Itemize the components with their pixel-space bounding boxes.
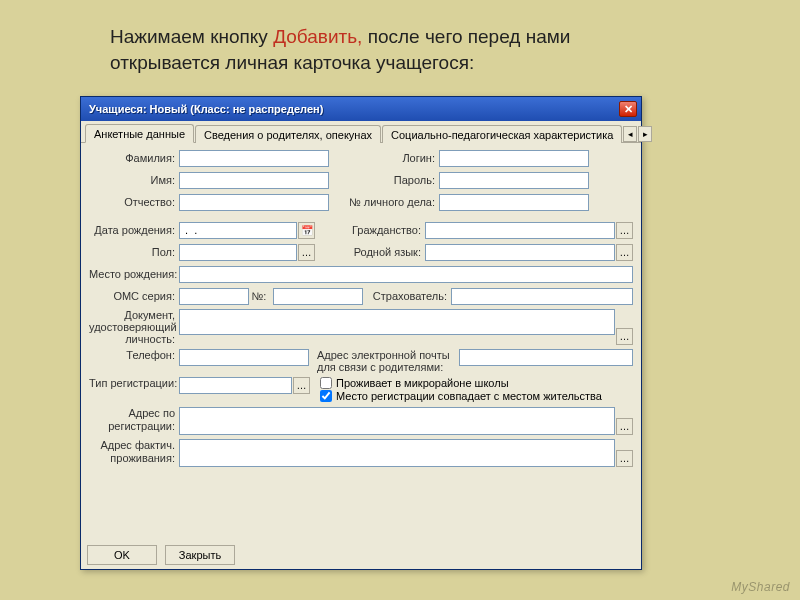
label-name: Имя: <box>89 174 179 186</box>
language-input[interactable] <box>425 244 615 261</box>
label-citizenship: Гражданство: <box>315 224 425 236</box>
label-omsnum: №: <box>249 290 273 302</box>
close-icon[interactable]: ✕ <box>619 101 637 117</box>
checkbox-reg-matches-residence[interactable] <box>320 390 332 402</box>
label-addr-fact: Адрес фактич. проживания: <box>89 439 179 463</box>
label-password: Пароль: <box>329 174 439 186</box>
label-sex: Пол: <box>89 246 179 258</box>
label-cb2: Место регистрации совпадает с местом жит… <box>336 390 602 402</box>
citizenship-input[interactable] <box>425 222 615 239</box>
tab-scroll-left-icon[interactable]: ◂ <box>623 126 637 142</box>
dob-input[interactable] <box>179 222 297 239</box>
label-surname: Фамилия: <box>89 152 179 164</box>
label-dob: Дата рождения: <box>89 224 179 236</box>
label-filenum: № личного дела: <box>329 196 439 208</box>
patronymic-input[interactable] <box>179 194 329 211</box>
tab-social-ped[interactable]: Социально-педагогическая характеристика <box>382 125 622 143</box>
tab-scroll: ◂ ▸ <box>623 126 654 142</box>
language-picker-icon[interactable]: … <box>616 244 633 261</box>
instruction-text: Нажимаем кнопку Добавить, после чего пер… <box>110 24 670 75</box>
calendar-icon[interactable]: 📅 <box>298 222 315 239</box>
regtype-picker-icon[interactable]: … <box>293 377 310 394</box>
tab-parents[interactable]: Сведения о родителях, опекунах <box>195 125 381 143</box>
tab-strip: Анкетные данные Сведения о родителях, оп… <box>81 121 641 143</box>
sex-picker-icon[interactable]: … <box>298 244 315 261</box>
ok-button[interactable]: OK <box>87 545 157 565</box>
addr-fact-picker-icon[interactable]: … <box>616 450 633 467</box>
sex-input[interactable] <box>179 244 297 261</box>
label-language: Родной язык: <box>315 246 425 258</box>
button-bar: OK Закрыть <box>87 545 235 565</box>
filenum-input[interactable] <box>439 194 589 211</box>
addr-reg-input[interactable] <box>179 407 615 435</box>
label-email: Адрес электронной почты для связи с роди… <box>309 349 459 373</box>
label-addr-reg: Адрес по регистрации: <box>89 407 179 431</box>
label-cb1: Проживает в микрорайоне школы <box>336 377 509 389</box>
oms-series-input[interactable] <box>179 288 249 305</box>
label-insurer: Страхователь: <box>363 290 451 302</box>
checkbox-lives-in-district[interactable] <box>320 377 332 389</box>
label-oms: ОМС серия: <box>89 290 179 302</box>
iddoc-picker-icon[interactable]: … <box>616 328 633 345</box>
addr-reg-picker-icon[interactable]: … <box>616 418 633 435</box>
form-body: Фамилия: Логин: Имя: Пароль: Отчество: №… <box>81 143 641 467</box>
label-login: Логин: <box>329 152 439 164</box>
phone-input[interactable] <box>179 349 309 366</box>
label-birthplace: Место рождения: <box>89 268 179 280</box>
login-input[interactable] <box>439 150 589 167</box>
citizenship-picker-icon[interactable]: … <box>616 222 633 239</box>
close-button[interactable]: Закрыть <box>165 545 235 565</box>
email-input[interactable] <box>459 349 633 366</box>
label-iddoc: Документ, удостоверяющий личность: <box>89 309 179 345</box>
iddoc-input[interactable] <box>179 309 615 335</box>
birthplace-input[interactable] <box>179 266 633 283</box>
surname-input[interactable] <box>179 150 329 167</box>
student-card-window: Учащиеся: Новый (Класс: не распределен) … <box>80 96 642 570</box>
regtype-input[interactable] <box>179 377 292 394</box>
password-input[interactable] <box>439 172 589 189</box>
label-patronymic: Отчество: <box>89 196 179 208</box>
oms-number-input[interactable] <box>273 288 363 305</box>
tab-scroll-right-icon[interactable]: ▸ <box>638 126 652 142</box>
watermark: MyShared <box>731 580 790 594</box>
label-regtype: Тип регистрации: <box>89 377 179 389</box>
addr-fact-input[interactable] <box>179 439 615 467</box>
name-input[interactable] <box>179 172 329 189</box>
titlebar: Учащиеся: Новый (Класс: не распределен) … <box>81 97 641 121</box>
window-title: Учащиеся: Новый (Класс: не распределен) <box>85 103 619 115</box>
tab-personal-data[interactable]: Анкетные данные <box>85 124 194 143</box>
insurer-input[interactable] <box>451 288 633 305</box>
label-phone: Телефон: <box>89 349 179 361</box>
